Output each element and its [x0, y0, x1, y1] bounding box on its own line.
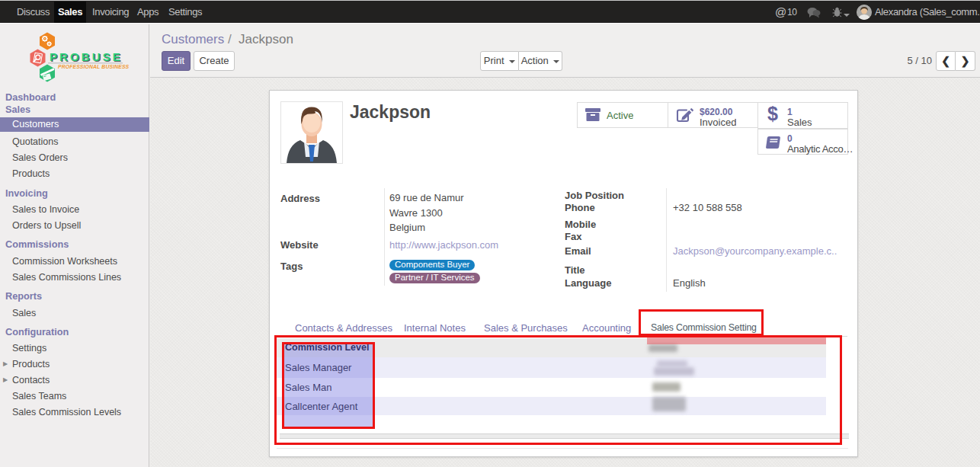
svg-text:PROFESSIONAL BUSINESS: PROFESSIONAL BUSINESS	[58, 64, 130, 69]
svg-text:PROBUSE: PROBUSE	[50, 50, 123, 63]
